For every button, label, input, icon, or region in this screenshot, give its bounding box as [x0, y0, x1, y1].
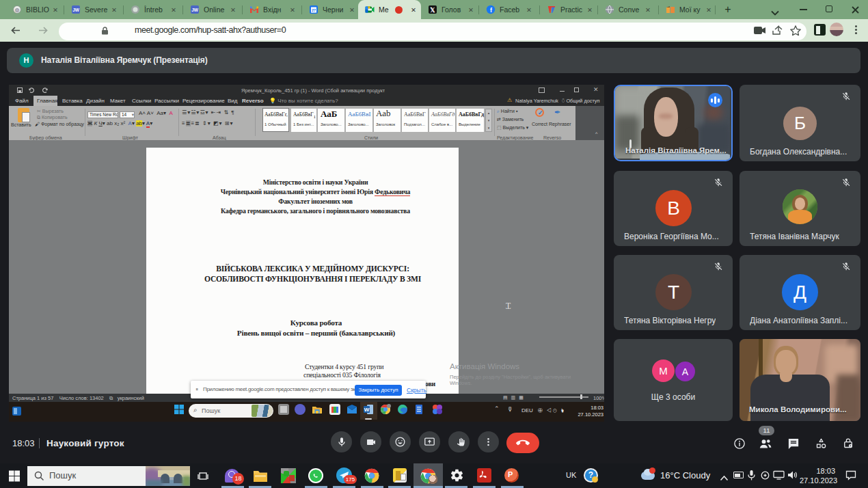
svg-text:W: W: [364, 407, 370, 413]
svg-text:JW: JW: [72, 8, 80, 12]
svg-text:◍: ◍: [15, 7, 20, 13]
svg-text:𝕏: 𝕏: [430, 7, 435, 14]
svg-text:27: 27: [312, 8, 316, 12]
svg-text:JW: JW: [191, 8, 199, 12]
